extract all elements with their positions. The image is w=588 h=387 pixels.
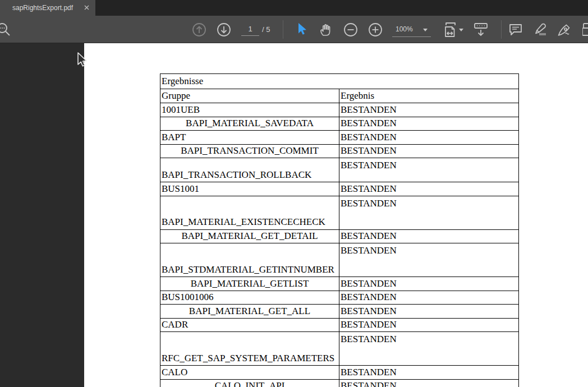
previous-page-icon[interactable] [191, 22, 207, 38]
partial-tool-icon[interactable] [582, 22, 588, 38]
results-table: Ergebnisse Gruppe Ergebnis 1001UEBBESTAN… [160, 73, 519, 387]
fit-width-icon[interactable] [442, 21, 458, 37]
gruppe-cell: BAPI_MATERIAL_GETLIST [160, 277, 339, 291]
document-viewport[interactable]: Ergebnisse Gruppe Ergebnis 1001UEBBESTAN… [0, 43, 588, 387]
table-row: BUS1001006BESTANDEN [160, 291, 519, 305]
toolbar-collapse-icon[interactable] [472, 21, 488, 37]
zoom-level-value: 100% [396, 25, 413, 33]
zoom-out-icon[interactable] [343, 22, 359, 38]
table-row: BAPI_MATERIAL_SAVEDATABESTANDEN [160, 117, 519, 131]
mouse-cursor [76, 52, 89, 71]
highlight-icon[interactable] [532, 21, 548, 37]
ergebnis-cell: BESTANDEN [339, 196, 519, 229]
table-row: BAPI_STDMATERIAL_GETINTNUMBERBESTANDEN [160, 243, 519, 277]
comment-icon[interactable] [508, 22, 523, 38]
table-row: CALO_INIT_APIBESTANDEN [160, 379, 519, 387]
gruppe-cell: BAPI_MATERIAL_GET_ALL [160, 305, 339, 319]
ergebnis-cell: BESTANDEN [339, 332, 519, 366]
gruppe-cell: RFC_GET_SAP_SYSTEM_PARAMETERS [160, 332, 339, 366]
toolbar-divider [501, 20, 502, 39]
ergebnis-cell: BESTANDEN [339, 366, 519, 380]
next-page-icon[interactable] [216, 22, 232, 38]
gruppe-cell: BAPI_MATERIAL_EXISTENCECHECK [160, 196, 339, 229]
gruppe-cell: CALO [160, 366, 339, 380]
gruppe-cell: BUS1001 [160, 182, 339, 196]
page-number-input[interactable]: 1 [241, 24, 259, 36]
table-row: BAPI_TRANSACTION_COMMITBESTANDEN [160, 144, 519, 158]
ergebnis-cell: BESTANDEN [339, 158, 519, 182]
table-row: BAPI_MATERIAL_EXISTENCECHECKBESTANDEN [160, 196, 519, 229]
gruppe-cell: BAPI_MATERIAL_GET_DETAIL [160, 229, 339, 243]
table-row: BAPTBESTANDEN [160, 131, 519, 145]
fill-sign-icon[interactable] [557, 22, 572, 38]
results-table-body: Ergebnisse Gruppe Ergebnis 1001UEBBESTAN… [160, 74, 519, 387]
gruppe-cell: BAPI_STDMATERIAL_GETINTNUMBER [160, 243, 339, 277]
ergebnis-cell: BESTANDEN [339, 103, 519, 117]
hand-tool-icon[interactable] [318, 22, 333, 38]
ergebnis-cell: BESTANDEN [339, 305, 519, 319]
gruppe-cell: BAPT [160, 131, 339, 145]
gruppe-cell: CALO_INIT_API [160, 379, 339, 387]
table-title: Ergebnisse [160, 74, 519, 89]
table-header-row: Gruppe Ergebnis [160, 89, 519, 103]
ergebnis-cell: BESTANDEN [339, 291, 519, 305]
ergebnis-cell: BESTANDEN [339, 243, 519, 277]
column-header-ergebnis: Ergebnis [339, 89, 519, 103]
table-row: CADRBESTANDEN [160, 318, 519, 332]
zoom-level-dropdown[interactable]: 100% [392, 22, 431, 37]
table-row: 1001UEBBESTANDEN [160, 103, 519, 117]
table-row: BAPI_MATERIAL_GET_ALLBESTANDEN [160, 305, 519, 319]
table-row: BAPI_TRANSACTION_ROLLBACKBESTANDEN [160, 158, 519, 182]
ergebnis-cell: BESTANDEN [339, 277, 519, 291]
ergebnis-cell: BESTANDEN [339, 182, 519, 196]
table-row: RFC_GET_SAP_SYSTEM_PARAMETERSBESTANDEN [160, 332, 519, 366]
close-icon[interactable] [82, 0, 91, 16]
document-tab[interactable]: sapRightsExport.pdf [0, 0, 95, 16]
gruppe-cell: BUS1001006 [160, 291, 339, 305]
ergebnis-cell: BESTANDEN [339, 318, 519, 332]
ergebnis-cell: BESTANDEN [339, 117, 519, 131]
table-row: BUS1001BESTANDEN [160, 182, 519, 196]
chevron-down-icon[interactable] [459, 29, 463, 31]
ergebnis-cell: BESTANDEN [339, 229, 519, 243]
search-icon[interactable] [0, 21, 11, 37]
chevron-down-icon [423, 29, 428, 31]
document-tab-title: sapRightsExport.pdf [12, 4, 73, 12]
ergebnis-cell: BESTANDEN [339, 131, 519, 145]
gruppe-cell: BAPI_TRANSACTION_ROLLBACK [160, 158, 339, 182]
ergebnis-cell: BESTANDEN [339, 144, 519, 158]
gruppe-cell: BAPI_TRANSACTION_COMMIT [160, 144, 339, 158]
zoom-in-icon[interactable] [368, 22, 383, 38]
gruppe-cell: 1001UEB [160, 103, 339, 117]
select-tool-icon[interactable] [294, 22, 310, 38]
table-row: CALOBESTANDEN [160, 366, 519, 380]
table-row: BAPI_MATERIAL_GET_DETAILBESTANDEN [160, 229, 519, 243]
toolbar-divider [283, 20, 283, 39]
table-row: BAPI_MATERIAL_GETLISTBESTANDEN [160, 277, 519, 291]
gruppe-cell: CADR [160, 318, 339, 332]
table-title-row: Ergebnisse [160, 74, 519, 89]
gruppe-cell: BAPI_MATERIAL_SAVEDATA [160, 117, 339, 131]
tab-bar: sapRightsExport.pdf [0, 0, 588, 16]
pdf-toolbar: 1 / 5 100% [0, 16, 588, 43]
page-total-label: / 5 [262, 24, 270, 36]
ergebnis-cell: BESTANDEN [339, 379, 519, 387]
column-header-gruppe: Gruppe [160, 89, 339, 103]
pdf-page[interactable]: Ergebnisse Gruppe Ergebnis 1001UEBBESTAN… [84, 43, 588, 387]
